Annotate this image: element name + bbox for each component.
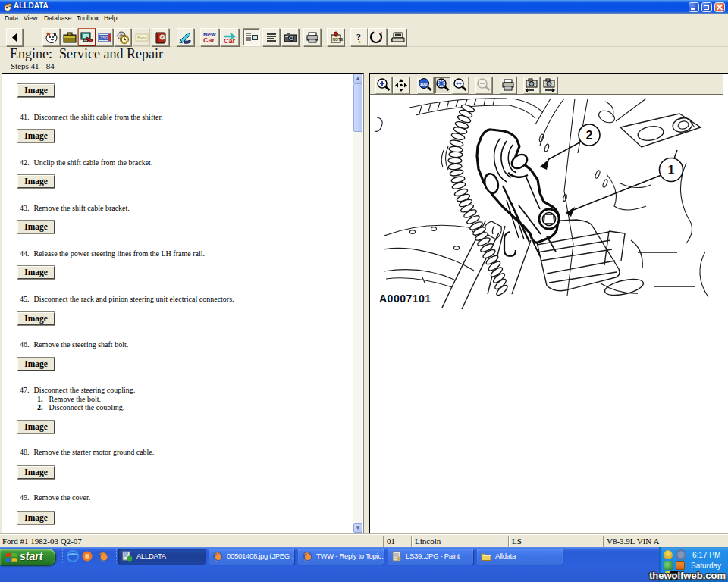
- svg-text:?: ?: [356, 32, 361, 42]
- svg-text:100: 100: [420, 82, 428, 86]
- svg-text:2: 2: [586, 129, 593, 142]
- svg-text:750: 750: [100, 36, 108, 40]
- svg-text:1: 1: [668, 164, 675, 177]
- svg-text:NOTE: NOTE: [333, 37, 344, 42]
- svg-text:Beta: Beta: [137, 36, 147, 40]
- svg-text:Car: Car: [224, 37, 236, 45]
- svg-text:z: z: [379, 37, 382, 44]
- svg-text:A0007101: A0007101: [379, 293, 431, 305]
- svg-text:Car: Car: [203, 36, 215, 44]
